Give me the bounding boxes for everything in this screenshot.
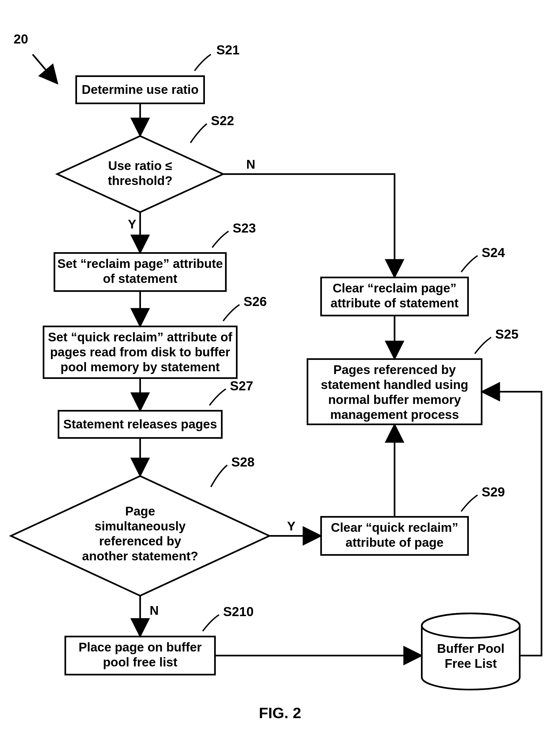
flowchart-diagram: 20 Determine use ratio S21 Use ratio ≤ t… [0, 0, 560, 732]
s210-text2: pool free list [103, 655, 177, 669]
s28-no-label: N [150, 603, 159, 617]
node-s21: Determine use ratio S21 [76, 43, 239, 103]
edge-s28-no: N [140, 596, 159, 634]
node-s22: Use ratio ≤ threshold? S22 [57, 113, 234, 212]
ref-number: 20 [14, 32, 28, 46]
node-buffer-pool-cylinder: Buffer Pool Free List [422, 613, 520, 690]
s28-text2: simultaneously [95, 519, 186, 533]
s24-text1: Clear “reclaim page” [333, 281, 456, 295]
s28-text4: another statement? [82, 549, 198, 563]
s22-label: S22 [211, 113, 234, 128]
s24-text2: attribute of statement [331, 296, 459, 310]
s28-yes-label: Y [287, 519, 296, 533]
edge-s22-yes: Y [128, 212, 140, 250]
figure-caption: FIG. 2 [259, 704, 301, 721]
s27-label: S27 [230, 378, 253, 393]
s25-label: S25 [495, 327, 518, 342]
s21-text: Determine use ratio [82, 82, 198, 97]
node-s26: Set “quick reclaim” attribute of pages r… [44, 294, 267, 378]
s26-text1: Set “quick reclaim” attribute of [48, 330, 232, 344]
s25-text3: normal buffer memory [328, 392, 461, 407]
node-s25: Pages referenced by statement handled us… [307, 327, 518, 424]
s210-text1: Place page on buffer [79, 640, 202, 654]
s23-text2: of statement [103, 272, 177, 286]
svg-line-0 [33, 54, 56, 82]
edge-s28-yes: Y [269, 519, 318, 536]
s24-label: S24 [482, 245, 505, 260]
s25-text2: statement handled using [321, 377, 468, 392]
cylinder-text1: Buffer Pool [437, 641, 504, 656]
node-s23: Set “reclaim page” attribute of statemen… [54, 221, 256, 291]
s27-text: Statement releases pages [63, 417, 217, 431]
s22-yes-label: Y [128, 217, 136, 231]
s21-label: S21 [216, 43, 239, 57]
s28-text3: referenced by [99, 534, 181, 548]
diagram-reference: 20 [14, 32, 56, 82]
s25-text1: Pages referenced by [333, 363, 456, 377]
edge-s22-no: N [223, 157, 395, 275]
node-s210: Place page on buffer pool free list S210 [65, 604, 254, 675]
cylinder-text2: Free List [445, 656, 497, 670]
s29-label: S29 [482, 485, 505, 499]
s210-label: S210 [223, 604, 254, 619]
s29-text2: attribute of page [346, 535, 444, 549]
s26-text2: pages read from disk to buffer [50, 345, 230, 359]
node-s24: Clear “reclaim page” attribute of statem… [321, 245, 505, 316]
s23-label: S23 [233, 221, 256, 235]
s22-text2: threshold? [108, 174, 173, 188]
node-s27: Statement releases pages S27 [59, 378, 253, 438]
s22-text1: Use ratio ≤ [108, 159, 172, 173]
s28-label: S28 [231, 455, 254, 469]
s28-text1: Page [125, 504, 155, 518]
s22-no-label: N [246, 157, 255, 171]
s23-text1: Set “reclaim page” attribute [57, 257, 223, 271]
s29-text1: Clear “quick reclaim” [331, 520, 458, 534]
s25-text4: management process [330, 407, 459, 421]
node-s28: Page simultaneously referenced by anothe… [11, 455, 269, 596]
node-s29: Clear “quick reclaim” attribute of page … [321, 485, 505, 555]
s26-text3: pool memory by statement [60, 360, 220, 374]
s26-label: S26 [244, 294, 267, 309]
